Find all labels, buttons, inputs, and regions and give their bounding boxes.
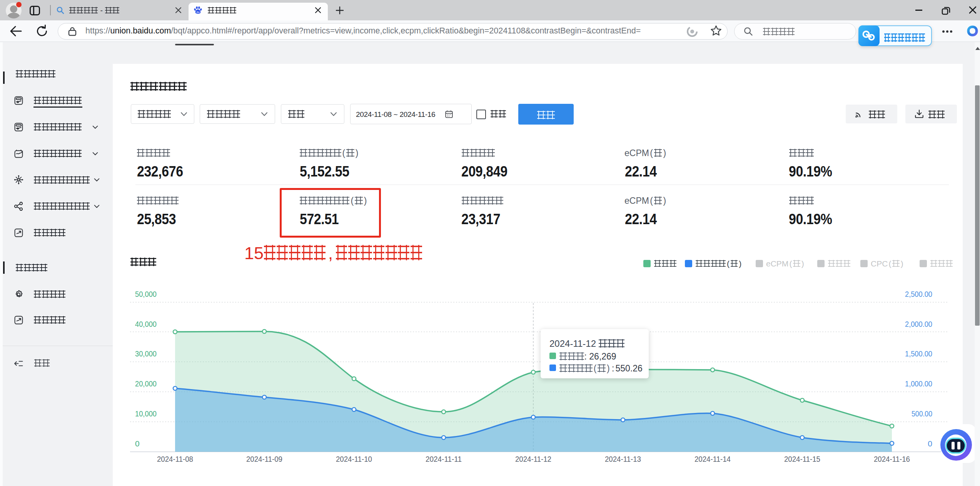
svg-text:1,500.00: 1,500.00 — [905, 349, 932, 358]
svg-text:2024-11-15: 2024-11-15 — [784, 455, 820, 463]
svg-text:20,000: 20,000 — [135, 379, 157, 388]
svg-text:2024-11-16: 2024-11-16 — [874, 455, 910, 463]
svg-text:1,000.00: 1,000.00 — [905, 379, 932, 388]
svg-text:50,000: 50,000 — [135, 290, 157, 298]
svg-text:2024-11-08: 2024-11-08 — [157, 455, 193, 463]
svg-text:2,500.00: 2,500.00 — [905, 290, 932, 298]
svg-text:2024-11-09: 2024-11-09 — [246, 455, 282, 463]
svg-text:10,000: 10,000 — [135, 409, 157, 418]
svg-text:2024-11-12: 2024-11-12 — [515, 455, 551, 463]
svg-text:2024-11-10: 2024-11-10 — [336, 455, 372, 463]
svg-text:2024-11-14: 2024-11-14 — [695, 455, 731, 463]
svg-text:30,000: 30,000 — [135, 349, 157, 358]
svg-text:40,000: 40,000 — [135, 320, 157, 328]
svg-text:2024-11-11: 2024-11-11 — [426, 455, 462, 463]
svg-text:du: du — [196, 10, 200, 14]
svg-text:2,000.00: 2,000.00 — [905, 320, 932, 328]
svg-text:0: 0 — [135, 439, 140, 448]
svg-text:2024-11-13: 2024-11-13 — [605, 455, 641, 463]
svg-text:0: 0 — [928, 439, 932, 448]
svg-text:500.00: 500.00 — [912, 409, 932, 418]
